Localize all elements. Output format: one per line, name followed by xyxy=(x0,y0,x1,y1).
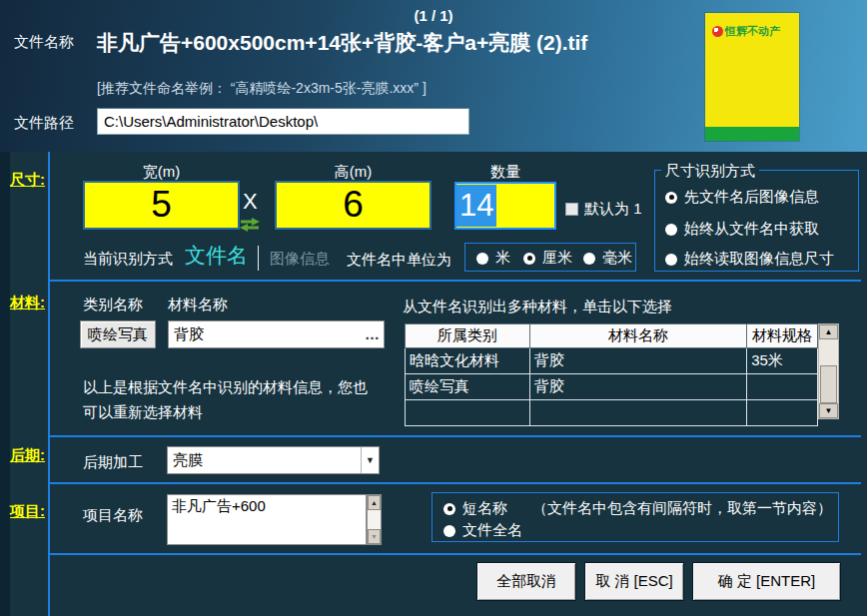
radio-icon xyxy=(443,503,455,515)
section-divider xyxy=(50,553,861,555)
radio-unit-mm[interactable]: 毫米 xyxy=(583,249,632,268)
process-label: 后期加工 xyxy=(83,453,143,472)
section-divider xyxy=(50,280,861,282)
multi-material-hint: 从文件名识别出多种材料，单击以下选择 xyxy=(403,298,672,316)
cell-category: 晗晗文化材料 xyxy=(406,348,530,374)
header: (1 / 1) 文件名称 非凡广告+600x500cm+14张+背胶-客户a+亮… xyxy=(0,0,867,152)
recognition-mode-legend: 尺寸识别方式 xyxy=(661,162,759,181)
radio-icon xyxy=(665,192,677,204)
radio-icon xyxy=(665,254,677,266)
category-button[interactable]: 喷绘写真 xyxy=(80,320,156,348)
height-label: 高(m) xyxy=(275,163,432,182)
radio-always-image-info[interactable]: 始终读取图像信息尺寸 xyxy=(665,250,834,269)
image-thumbnail-preview: 恒辉不动产 xyxy=(705,13,799,141)
section-label-finish: 后期: xyxy=(10,446,45,465)
unit-prompt-label: 文件名中单位为 xyxy=(347,251,451,270)
radio-unit-m[interactable]: 米 xyxy=(476,249,510,268)
cell-category: 喷绘写真 xyxy=(406,374,530,400)
radio-always-filename[interactable]: 始终从文件名中获取 xyxy=(665,220,819,239)
col-header-material: 材料名称 xyxy=(529,324,746,348)
table-scrollbar[interactable]: ▲ ▼ xyxy=(818,323,839,419)
quantity-selected-text: 14 xyxy=(456,185,496,227)
radio-icon xyxy=(443,525,455,537)
cell-material: 背胶 xyxy=(529,374,746,400)
file-name-value: 非凡广告+600x500cm+14张+背胶-客户a+亮膜 (2).tif xyxy=(97,29,587,57)
table-row-empty xyxy=(406,400,818,426)
browse-ellipsis-button[interactable]: … xyxy=(365,321,380,347)
radio-icon xyxy=(665,224,677,236)
cancel-button[interactable]: 取 消 [ESC] xyxy=(584,562,684,601)
quantity-input[interactable]: 14 xyxy=(454,182,556,230)
project-name-textarea[interactable]: 非凡广告+600 xyxy=(167,494,367,545)
default-one-checkbox[interactable] xyxy=(565,203,578,216)
left-edge-strip xyxy=(0,152,10,616)
radio-full-name[interactable]: 文件全名 xyxy=(443,521,522,540)
project-name-label: 项目名称 xyxy=(83,506,143,525)
ok-button[interactable]: 确 定 [ENTER] xyxy=(692,562,841,601)
radio-label: 文件全名 xyxy=(462,521,522,540)
chevron-down-icon[interactable]: ▼ xyxy=(361,447,379,473)
radio-label: 米 xyxy=(495,249,510,268)
scroll-down-icon[interactable]: ▼ xyxy=(819,403,838,418)
sidebar-divider xyxy=(48,152,50,616)
quantity-label: 数量 xyxy=(454,163,556,182)
section-divider xyxy=(50,435,861,437)
material-label: 材料名称 xyxy=(168,296,228,314)
height-input[interactable]: 6 xyxy=(275,181,432,230)
section-label-material: 材料: xyxy=(10,294,45,312)
scroll-down-icon[interactable]: ▼ xyxy=(368,529,381,544)
radio-short-name[interactable]: 短名称 （文件名中包含有间隔符时，取第一节内容） xyxy=(443,499,832,518)
file-name-label: 文件名称 xyxy=(14,33,74,52)
cell-spec: 35米 xyxy=(747,348,818,374)
radio-unit-cm[interactable]: 厘米 xyxy=(523,249,572,268)
category-label: 类别名称 xyxy=(83,296,143,314)
material-table: 所属类别 材料名称 材料规格 晗晗文化材料 背胶 35米 喷绘写真 背胶 xyxy=(405,323,818,426)
radio-icon xyxy=(523,253,535,265)
cancel-all-button[interactable]: 全部取消 xyxy=(476,562,576,601)
radio-icon xyxy=(476,253,488,265)
section-divider xyxy=(50,482,861,484)
naming-hint: [推荐文件命名举例： “高精喷绘-2x3m-5张-亮膜.xxx” ] xyxy=(97,80,427,98)
radio-icon xyxy=(583,253,595,265)
current-mode-label: 当前识别方式 xyxy=(83,250,173,269)
process-value: 亮膜 xyxy=(173,451,203,468)
mode-filename-button[interactable]: 文件名 xyxy=(185,242,248,270)
mode-divider xyxy=(258,246,259,271)
material-note-line1: 以上是根据文件名中识别的材料信息，您也 xyxy=(83,374,368,399)
file-path-label: 文件路径 xyxy=(14,114,74,133)
material-name-value: 背胶 xyxy=(174,325,204,342)
scrollbar-thumb[interactable] xyxy=(820,365,837,403)
cell-material: 背胶 xyxy=(529,348,746,374)
radio-label: 厘米 xyxy=(542,249,572,268)
thumbnail-green-strip xyxy=(705,127,799,141)
radio-hint: （文件名中包含有间隔符时，取第一节内容） xyxy=(532,499,832,518)
times-label: X xyxy=(243,189,258,215)
project-name-scroll: ▲ ▼ xyxy=(367,494,382,545)
material-name-input[interactable]: 背胶 … xyxy=(168,320,385,348)
width-label: 宽(m) xyxy=(83,163,240,182)
mode-imageinfo-button[interactable]: 图像信息 xyxy=(270,250,330,269)
default-one-label: 默认为 1 xyxy=(584,200,642,219)
section-label-size: 尺寸: xyxy=(10,171,45,190)
brand-logo-icon xyxy=(712,26,723,37)
thumbnail-brand: 恒辉不动产 xyxy=(712,24,780,39)
scroll-up-icon[interactable]: ▲ xyxy=(368,495,381,510)
table-row[interactable]: 喷绘写真 背胶 xyxy=(406,374,818,400)
radio-label: 始终从文件名中获取 xyxy=(684,220,819,239)
process-dropdown[interactable]: 亮膜 ▼ xyxy=(167,446,380,474)
radio-label: 先文件名后图像信息 xyxy=(684,188,819,207)
material-table-header-row: 所属类别 材料名称 材料规格 xyxy=(406,324,818,348)
brand-text: 恒辉不动产 xyxy=(725,24,780,39)
swap-dimensions-icon[interactable] xyxy=(239,218,261,235)
radio-label: 短名称 xyxy=(462,499,507,518)
width-input[interactable]: 5 xyxy=(83,181,240,230)
radio-label: 始终读取图像信息尺寸 xyxy=(684,250,834,269)
radio-filename-then-image[interactable]: 先文件名后图像信息 xyxy=(665,188,819,207)
file-path-input[interactable]: C:\Users\Administrator\Desktop\ xyxy=(97,108,469,135)
radio-label: 毫米 xyxy=(602,249,632,268)
col-header-category: 所属类别 xyxy=(406,324,530,348)
col-header-spec: 材料规格 xyxy=(747,324,818,348)
table-row[interactable]: 晗晗文化材料 背胶 35米 xyxy=(406,348,818,374)
section-label-project: 项目: xyxy=(10,502,45,521)
scroll-up-icon[interactable]: ▲ xyxy=(819,324,838,339)
